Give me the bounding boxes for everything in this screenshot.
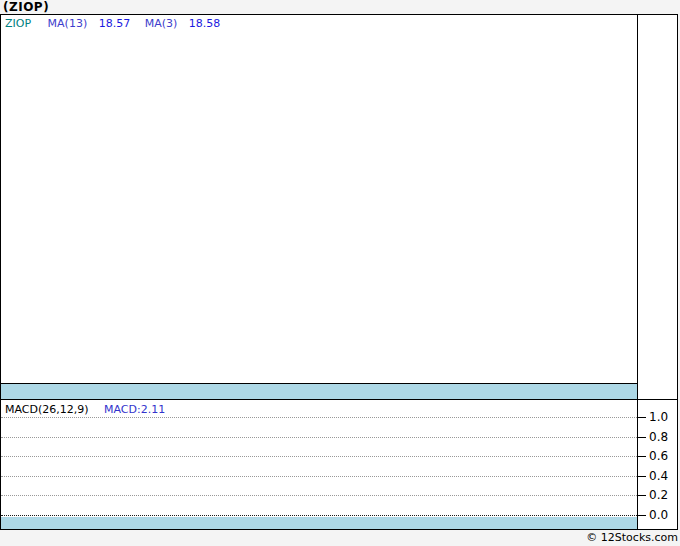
y-axis-tick-label: 0.4 <box>649 468 677 484</box>
y-axis-tick <box>637 495 646 496</box>
macd-gridline <box>1 417 637 418</box>
footer-credit: © 12Stocks.com <box>0 530 678 546</box>
y-axis-tick-label: 0.2 <box>649 487 677 503</box>
price-panel-legend: ZIOP MA(13) 18.57 MA(3) 18.58 <box>5 17 231 30</box>
macd-indicator-label: MACD(26,12,9) <box>5 403 89 416</box>
ma13-value: 18.57 <box>99 17 131 30</box>
ma3-value: 18.58 <box>189 17 221 30</box>
ma3-label: MA(3) <box>145 17 178 30</box>
y-axis-tick <box>637 437 646 438</box>
ticker-symbol: ZIOP <box>5 17 31 30</box>
y-axis-tick <box>637 417 646 418</box>
right-axis-divider <box>637 15 638 529</box>
macd-gridline <box>1 476 637 477</box>
ma13-label: MA(13) <box>48 17 88 30</box>
macd-zero-gridline <box>1 515 637 516</box>
y-axis-tick-label: 1.0 <box>649 409 677 425</box>
stock-chart-page: { "page": { "title": "(ZIOP)", "footer_c… <box>0 0 680 546</box>
chart-title: (ZIOP) <box>3 0 49 14</box>
macd-gridline <box>1 456 637 457</box>
y-axis-tick-label: 0.8 <box>649 429 677 445</box>
macd-gridline <box>1 437 637 438</box>
y-axis-tick <box>637 456 646 457</box>
macd-gridline <box>1 495 637 496</box>
macd-indicator-value: MACD:2.11 <box>104 403 165 416</box>
y-axis-tick <box>637 476 646 477</box>
macd-panel-legend: MACD(26,12,9) MACD:2.11 <box>5 403 165 416</box>
y-axis-tick-label: 0.0 <box>649 507 677 523</box>
y-axis-tick-label: 0.6 <box>649 448 677 464</box>
y-axis-tick <box>637 515 646 516</box>
highlight-band-upper <box>1 384 637 399</box>
macd-panel-top-border <box>1 399 677 400</box>
chart-frame: ZIOP MA(13) 18.57 MA(3) 18.58 MACD(26,12… <box>0 14 678 530</box>
highlight-band-lower <box>1 517 637 529</box>
